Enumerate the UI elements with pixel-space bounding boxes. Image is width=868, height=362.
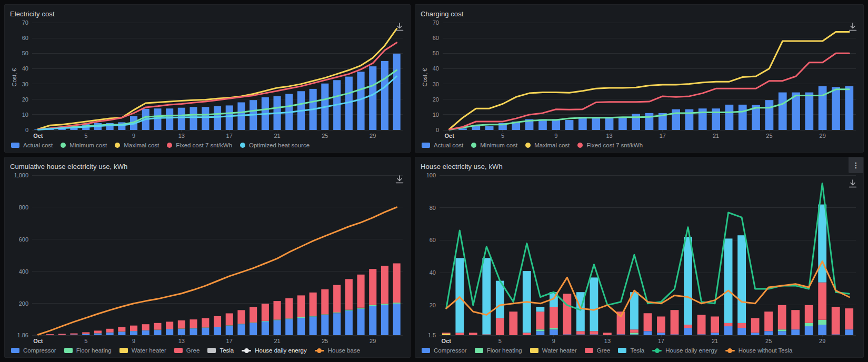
svg-text:40: 40 (22, 65, 28, 72)
svg-text:40: 40 (430, 269, 436, 276)
legend-item[interactable]: Floor heating (64, 347, 112, 354)
svg-text:0: 0 (25, 127, 28, 133)
panel-header: Cumulative house electricity use, kWh (5, 157, 410, 173)
series-dot-marker (167, 143, 172, 148)
legend-item[interactable]: Water heater (530, 347, 577, 354)
svg-text:20: 20 (430, 302, 436, 308)
series-swatch (64, 348, 73, 353)
legend-item[interactable]: Minimum cost (61, 142, 107, 148)
panel-menu-button[interactable]: ⋮ (849, 157, 863, 173)
download-icon[interactable] (847, 178, 858, 189)
series-swatch (207, 348, 216, 353)
chart-svg-electricity-cost: 010203040506070Oct591317212529 (8, 19, 407, 138)
legend-item[interactable]: Fixed cost 7 snt/kWh (167, 142, 232, 148)
legend-item[interactable]: House daily energy (242, 347, 306, 354)
legend-item[interactable]: Minimum cost (471, 142, 517, 148)
svg-text:30: 30 (433, 81, 439, 87)
svg-text:13: 13 (604, 338, 611, 344)
svg-text:60: 60 (430, 237, 436, 243)
series-dot-marker (240, 143, 245, 148)
chart-area-house-electricity-use[interactable]: 1.520406080100Oct591317212529 (418, 172, 860, 344)
legend-item[interactable]: Optimized heat source (240, 142, 310, 148)
legend-item[interactable]: Compressor (422, 347, 467, 354)
svg-text:17: 17 (658, 338, 664, 344)
svg-text:29: 29 (819, 338, 825, 344)
legend-item[interactable]: Water heater (119, 347, 166, 354)
svg-text:29: 29 (820, 133, 826, 138)
svg-text:400: 400 (19, 268, 28, 275)
legend-label: Compressor (434, 347, 467, 354)
svg-text:9: 9 (132, 133, 135, 138)
y-axis-label: Cost, € (422, 62, 428, 93)
legend-item[interactable]: House daily energy (652, 347, 717, 354)
svg-text:200: 200 (19, 300, 28, 307)
svg-text:Oct: Oct (442, 338, 452, 344)
svg-text:21: 21 (713, 133, 719, 138)
legend-item[interactable]: Compressor (11, 347, 56, 354)
chart-svg-charging-cost: 010203040506070Oct591317212529 (418, 19, 860, 138)
panel-cumulative-house-electricity-use: Cumulative house electricity use, kWh 1.… (4, 157, 411, 358)
legend-item[interactable]: Maximal cost (525, 142, 570, 148)
legend-label: Tesla (630, 347, 644, 354)
legend-label: House without Tesla (739, 347, 793, 354)
svg-text:70: 70 (22, 19, 28, 26)
series-swatch (530, 348, 538, 353)
legend-item[interactable]: Tesla (618, 347, 644, 354)
panel-house-electricity-use: House electricity use, kWh ⋮ 1.520406080… (415, 157, 864, 358)
legend-label: House daily energy (255, 347, 306, 354)
panel-title[interactable]: Electricity cost (10, 10, 55, 18)
svg-text:1,000: 1,000 (14, 172, 28, 178)
legend-label: Water heater (132, 347, 166, 354)
svg-text:Oct: Oct (444, 133, 454, 138)
svg-text:800: 800 (19, 204, 28, 210)
svg-text:17: 17 (226, 338, 233, 344)
chart-area-charging-cost[interactable]: Cost, € 010203040506070Oct591317212529 (418, 19, 860, 138)
chart-svg-cumulative-house-electricity-use: 1.862004006008001,000Oct591317212529 (8, 172, 407, 344)
legend-item[interactable]: Floor heating (475, 347, 522, 354)
y-axis-label: Cost, € (11, 62, 17, 93)
legend-label: Water heater (542, 347, 577, 354)
chart-area-electricity-cost[interactable]: Cost, € 010203040506070Oct591317212529 (8, 19, 407, 138)
svg-text:0: 0 (436, 127, 439, 133)
chart-area-cumulative-house-electricity-use[interactable]: 1.862004006008001,000Oct591317212529 (8, 172, 407, 344)
series-dot-marker (61, 143, 66, 148)
chart-svg-house-electricity-use: 1.520406080100Oct591317212529 (418, 172, 860, 344)
panel-header: Electricity cost (5, 5, 410, 21)
legend-label: Floor heating (76, 347, 112, 354)
panel-header: House electricity use, kWh (415, 157, 863, 173)
svg-text:5: 5 (498, 338, 502, 344)
series-swatch (475, 348, 483, 353)
legend-item[interactable]: Maximal cost (115, 142, 159, 148)
legend-item[interactable]: Gree (174, 347, 200, 354)
legend-item[interactable]: Tesla (207, 347, 234, 354)
legend-label: Tesla (220, 347, 234, 354)
legend-item[interactable]: Fixed cost 7 snt/kWh (577, 142, 643, 148)
legend-label: Actual cost (23, 142, 53, 148)
legend-item[interactable]: House without Tesla (725, 347, 793, 354)
dashboard: Electricity cost Cost, € 010203040506070… (0, 0, 868, 362)
panel-title[interactable]: Charging cost (421, 10, 464, 18)
panel-title[interactable]: House electricity use, kWh (421, 163, 503, 170)
legend-item[interactable]: Gree (585, 347, 611, 354)
series-dot-marker (525, 143, 531, 148)
svg-text:9: 9 (132, 338, 135, 344)
download-icon[interactable] (847, 22, 858, 32)
legend-item[interactable]: House base (315, 347, 360, 354)
legend-item[interactable]: Actual cost (11, 142, 53, 148)
series-dot-marker (577, 143, 583, 148)
series-swatch (585, 348, 593, 353)
svg-text:30: 30 (22, 81, 28, 87)
svg-text:29: 29 (370, 133, 376, 138)
legend-item[interactable]: Actual cost (422, 142, 463, 148)
download-icon[interactable] (394, 174, 405, 185)
series-swatch (174, 348, 183, 353)
svg-text:Oct: Oct (33, 338, 43, 344)
svg-text:5: 5 (84, 338, 87, 344)
panel-title[interactable]: Cumulative house electricity use, kWh (10, 163, 127, 170)
series-swatch (422, 143, 430, 148)
legend-label: Optimized heat source (249, 142, 310, 148)
panel-header: Charging cost (415, 5, 863, 21)
download-icon[interactable] (394, 22, 405, 32)
legend-label: Maximal cost (534, 142, 570, 148)
svg-text:17: 17 (226, 133, 233, 138)
